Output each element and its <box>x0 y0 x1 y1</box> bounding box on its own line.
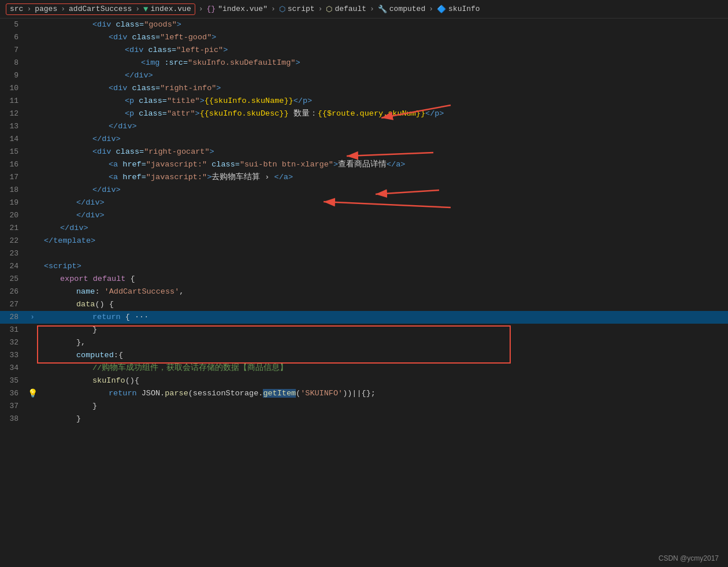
code-line-11: 11 <p class="title">{{skuInfo.skuName}}<… <box>0 95 728 108</box>
sep5: › <box>271 5 276 13</box>
code-line-35: 35 skuInfo(){ <box>0 375 728 387</box>
code-line-15: 15 <div class="right-gocart"> <box>0 146 728 158</box>
code-line-33: 33 computed:{ <box>0 349 728 362</box>
watermark: CSDN @ycmy2017 <box>659 554 719 562</box>
breadcrumb-addcart: addCartSuccess <box>69 5 132 13</box>
breadcrumb-index-vue2: "index.vue" <box>218 5 268 13</box>
code-line-31: 31 } <box>0 324 728 336</box>
code-line-7: 7 <div class="left-pic"> <box>0 44 728 57</box>
code-line-38: 38 } <box>0 413 728 425</box>
sep3: › <box>135 5 140 13</box>
sep7: › <box>370 5 374 13</box>
code-line-10: 10 <div class="right-info"> <box>0 82 728 95</box>
code-line-8: 8 <img :src="skuInfo.skuDefaultImg"> <box>0 57 728 69</box>
breadcrumb-script: script <box>288 5 315 13</box>
code-line-36: 36 💡 return JSON.parse(sessionStorage.ge… <box>0 387 728 400</box>
sep6: › <box>318 5 323 13</box>
code-line-17: 17 <a href="javascript:">去购物车结算 › </a> <box>0 171 728 184</box>
code-line-24: 24 <script> <box>0 260 728 273</box>
code-editor: 5 <div class="goods"> 6 <div class="left… <box>0 18 728 425</box>
obj-icon: {} <box>207 5 216 13</box>
breadcrumb-index-vue: index.vue <box>150 5 191 13</box>
code-line-20: 20 </div> <box>0 209 728 222</box>
sep1: › <box>27 5 31 13</box>
line-num-5: 5 <box>0 18 28 31</box>
code-line-22: 22 </template> <box>0 235 728 247</box>
code-line-12: 12 <p class="attr">{{skuInfo.skuDesc}} 数… <box>0 108 728 120</box>
code-line-23: 23 <box>0 247 728 260</box>
code-line-34: 34 //购物车成功组件，获取会话存储的数据【商品信息】 <box>0 362 728 375</box>
code-line-6: 6 <div class="left-good"> <box>0 31 728 44</box>
code-line-18: 18 </div> <box>0 184 728 197</box>
line-content-5: <div class="goods"> <box>42 18 728 31</box>
code-line-32: 32 }, <box>0 336 728 349</box>
code-line-5: 5 <div class="goods"> <box>0 18 728 31</box>
code-line-37: 37 } <box>0 400 728 413</box>
breadcrumb: src › pages › addCartSuccess › ▼ index.v… <box>0 0 728 18</box>
breadcrumb-src: src <box>10 5 23 13</box>
script-icon: ⬡ <box>279 5 285 14</box>
default-icon: ⬡ <box>326 5 332 14</box>
sep8: › <box>429 5 433 13</box>
vue-icon: ▼ <box>143 5 148 14</box>
code-line-25: 25 export default { <box>0 273 728 286</box>
code-line-27: 27 data() { <box>0 298 728 311</box>
code-line-16: 16 <a href="javascript:" class="sui-btn … <box>0 158 728 171</box>
code-line-21: 21 </div> <box>0 222 728 235</box>
breadcrumb-skuinfo: skuInfo <box>448 5 480 13</box>
computed-icon: 🔧 <box>378 5 387 14</box>
code-line-13: 13 </div> <box>0 120 728 133</box>
skuinfo-icon: 🔷 <box>437 5 446 14</box>
code-line-19: 19 </div> <box>0 197 728 209</box>
breadcrumb-pages: pages <box>35 5 57 13</box>
breadcrumb-file-path[interactable]: src › pages › addCartSuccess › ▼ index.v… <box>6 3 195 15</box>
code-line-26: 26 name: 'AddCartSuccess', <box>0 286 728 298</box>
code-line-28: 28 › return { ··· <box>0 311 728 324</box>
code-line-14: 14 </div> <box>0 133 728 146</box>
sep4: › <box>199 5 203 13</box>
breadcrumb-default: default <box>335 5 366 13</box>
breadcrumb-computed: computed <box>389 5 425 13</box>
code-line-9: 9 </div> <box>0 69 728 82</box>
sep2: › <box>61 5 65 13</box>
